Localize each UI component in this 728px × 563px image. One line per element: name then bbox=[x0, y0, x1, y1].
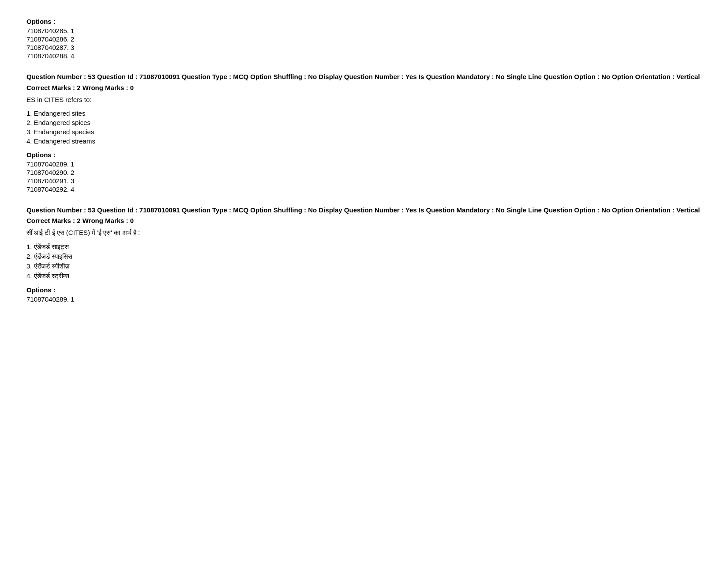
answer-option-2: 2. Endangered spices bbox=[26, 119, 702, 126]
option-item: 71087040288. 4 bbox=[26, 52, 702, 60]
question-53-english-section: Question Number : 53 Question Id : 71087… bbox=[26, 72, 702, 193]
option-item: 71087040285. 1 bbox=[26, 27, 702, 34]
options-label-hindi: Options : bbox=[26, 286, 702, 294]
answer-options-hindi: 1. एंडेंजर्ड साइट्स 2. एंडेंजर्ड स्पाइसि… bbox=[26, 243, 702, 280]
answer-option-4: 4. Endangered streams bbox=[26, 137, 702, 145]
question-text-hindi: सीं आई टी ई एस (CITES) में 'ई एस' का अर्… bbox=[26, 229, 702, 237]
answer-option-hindi-1: 1. एंडेंजर्ड साइट्स bbox=[26, 243, 702, 251]
options-label: Options : bbox=[26, 151, 702, 159]
option-item: 71087040289. 1 bbox=[26, 160, 702, 168]
question-header: Question Number : 53 Question Id : 71087… bbox=[26, 72, 702, 82]
answer-option-3: 3. Endangered species bbox=[26, 128, 702, 136]
marks-line: Correct Marks : 2 Wrong Marks : 0 bbox=[26, 84, 702, 91]
option-item: 71087040286. 2 bbox=[26, 35, 702, 43]
option-item: 71087040287. 3 bbox=[26, 44, 702, 51]
answer-options: 1. Endangered sites 2. Endangered spices… bbox=[26, 110, 702, 145]
marks-line-hindi: Correct Marks : 2 Wrong Marks : 0 bbox=[26, 217, 702, 224]
option-item-hindi: 71087040289. 1 bbox=[26, 295, 702, 303]
question-header-hindi: Question Number : 53 Question Id : 71087… bbox=[26, 205, 702, 215]
option-item: 71087040291. 3 bbox=[26, 177, 702, 185]
question-53-hindi-section: Question Number : 53 Question Id : 71087… bbox=[26, 205, 702, 303]
top-options-label: Options : bbox=[26, 18, 702, 25]
option-item: 71087040290. 2 bbox=[26, 169, 702, 176]
option-item: 71087040292. 4 bbox=[26, 185, 702, 193]
top-options-section: Options : 71087040285. 1 71087040286. 2 … bbox=[26, 18, 702, 60]
answer-option-hindi-2: 2. एंडेंजर्ड स्पाइसिस bbox=[26, 253, 702, 261]
answer-option-hindi-3: 3. एंडेंजर्ड स्पीशीज़ bbox=[26, 262, 702, 270]
answer-option-1: 1. Endangered sites bbox=[26, 110, 702, 117]
question-text: ES in CITES refers to: bbox=[26, 96, 702, 103]
answer-option-hindi-4: 4. एंडेंजर्ड स्ट्रीम्स bbox=[26, 272, 702, 280]
